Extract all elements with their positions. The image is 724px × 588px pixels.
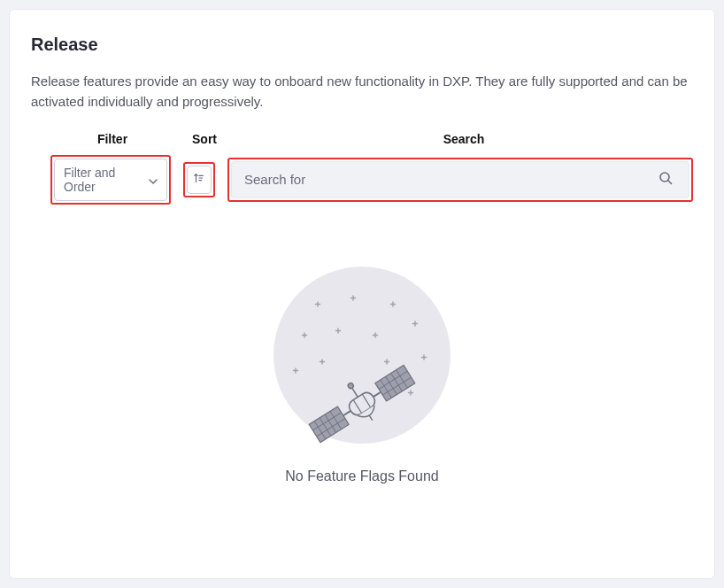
- filter-heading: Filter: [50, 132, 174, 146]
- filter-highlight: Filter and Order: [50, 155, 171, 205]
- toolbar: Filter and Order: [31, 155, 693, 205]
- search-highlight: [227, 158, 693, 202]
- sort-icon: [193, 172, 205, 187]
- search-heading: Search: [235, 132, 693, 146]
- search-button[interactable]: [655, 167, 676, 191]
- sort-heading: Sort: [187, 132, 222, 146]
- search-input[interactable]: [244, 172, 655, 187]
- page-description: Release features provide an easy way to …: [31, 71, 693, 112]
- page-title: Release: [31, 35, 693, 55]
- sort-highlight: [183, 162, 215, 197]
- sort-button[interactable]: [187, 166, 212, 194]
- release-card: Release Release features provide an easy…: [9, 9, 715, 579]
- empty-state: No Feature Flags Found: [31, 267, 693, 484]
- search-icon: [659, 171, 673, 188]
- toolbar-labels: Filter Sort Search: [31, 132, 693, 146]
- empty-state-message: No Feature Flags Found: [285, 468, 438, 484]
- caret-down-icon: [149, 173, 158, 187]
- search-box: [231, 161, 689, 198]
- filter-dropdown-label: Filter and Order: [64, 166, 143, 194]
- filter-dropdown[interactable]: Filter and Order: [54, 159, 167, 201]
- svg-line-4: [668, 181, 672, 184]
- empty-state-illustration: [273, 267, 451, 444]
